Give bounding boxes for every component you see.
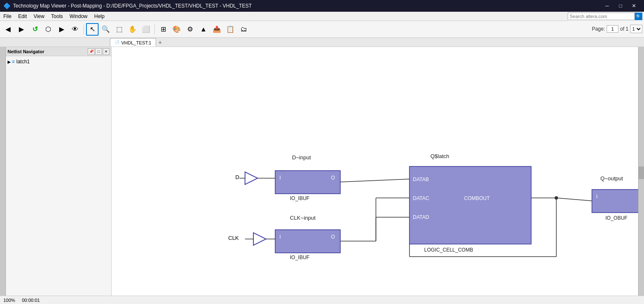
minimize-button[interactable]: ─ [600, 0, 614, 12]
sidebar-close-button[interactable]: ✕ [103, 48, 110, 55]
clk-input-label: CLK~input [290, 215, 315, 221]
sidebar-pin-button[interactable]: 📌 [88, 48, 94, 55]
sidebar-header: Netlist Navigator 📌 □ ✕ [6, 47, 111, 56]
maximize-button[interactable]: □ [614, 0, 627, 12]
diagram-svg: D I O D~input IO_IBUF CLK I O CLK~input … [112, 47, 638, 298]
forward-button[interactable]: ▶ [15, 23, 28, 36]
page-of: of 1 [620, 26, 628, 32]
page-input[interactable] [607, 25, 618, 33]
sidebar-restore-button[interactable]: □ [95, 48, 102, 55]
window-controls: ─ □ ✕ [600, 0, 641, 12]
title-icon: 🔷 [3, 3, 10, 9]
clk-ibuf-block [275, 230, 340, 253]
zoom-in-button[interactable]: 🔍 [99, 23, 112, 36]
q-latch-label: Q$latch [430, 153, 449, 159]
combout-label: COMBOUT [464, 195, 490, 201]
pan-button[interactable]: ✋ [126, 23, 139, 36]
main-area: 📄 VHDL_TEST:1 + Netlist Navigator 📌 □ ✕ … [0, 38, 644, 304]
color-button[interactable]: 🎨 [170, 23, 183, 36]
tree-chevron: ▶ [8, 60, 11, 64]
menubar: File Edit View Tools Window Help 🔍 [0, 12, 644, 21]
clk-buffer-symbol [253, 233, 266, 245]
tree-icon: ≡ [12, 59, 15, 65]
title-text: Technology Map Viewer - Post-Mapping - D… [13, 3, 600, 9]
rubber-band-button[interactable]: ⬚ [113, 23, 125, 36]
toolbar: ◀ ▶ ↺ ⬡ ▶ 👁 ↖ 🔍 ⬚ ✋ ⬜ ⊞ 🎨 ⚙ ▲ 📤 📋 🗂 Page… [0, 21, 644, 38]
q-obuf-block [592, 190, 638, 213]
fit-button[interactable]: ⊞ [157, 23, 169, 36]
d-ibuf-block [275, 171, 340, 194]
clk-ibuf-label: IO_IBUF [290, 255, 310, 260]
menu-tools[interactable]: Tools [48, 13, 66, 20]
select-button[interactable]: ⬜ [140, 23, 152, 36]
d-ibuf-i-label: I [279, 175, 281, 181]
search-bar: 🔍 [568, 12, 644, 21]
right-scrollbar[interactable] [638, 47, 644, 298]
menu-window[interactable]: Window [66, 13, 91, 20]
close-button[interactable]: ✕ [627, 0, 641, 12]
home-button[interactable]: ⬡ [42, 23, 55, 36]
tab-label: VHDL_TEST:1 [121, 40, 151, 45]
clk-ibuf-i-label: I [279, 234, 281, 240]
search-input[interactable] [568, 13, 635, 20]
statusbar: 100% 00:00:01 [0, 296, 644, 304]
sidebar-tree: ▶ ≡ latch1 [6, 56, 111, 298]
binoculars-button[interactable]: 👁 [69, 23, 81, 36]
elapsed-time: 00:00:01 [22, 298, 40, 303]
separator-2 [154, 24, 155, 34]
pointer-button[interactable]: ↖ [86, 23, 99, 36]
q-output-label: Q~output [600, 175, 623, 182]
page-dropdown[interactable]: 1 [630, 25, 642, 33]
canvas-area[interactable]: D I O D~input IO_IBUF CLK I O CLK~input … [112, 47, 638, 298]
d-ibuf-label: IO_IBUF [290, 195, 310, 201]
q-obuf-i-label: I [596, 194, 597, 200]
logic-cell-label: LOGIC_CELL_COMB [424, 247, 473, 253]
titlebar: 🔷 Technology Map Viewer - Post-Mapping -… [0, 0, 644, 12]
d-buffer-symbol [245, 172, 258, 184]
clk-pin-label: CLK [228, 235, 239, 241]
settings-button[interactable]: ⚙ [184, 23, 196, 36]
datab-label: DATAB [413, 177, 429, 182]
tree-label-latch1: latch1 [16, 59, 30, 65]
page-label: Page: [592, 26, 605, 32]
tree-item-latch1[interactable]: ▶ ≡ latch1 [8, 58, 110, 65]
refresh-button[interactable]: ↺ [29, 23, 41, 36]
right-scrollbar-thumb[interactable] [639, 166, 644, 179]
wire-dibuf-to-datab [340, 179, 409, 182]
search-button[interactable]: 🔍 [635, 13, 642, 20]
clk-ibuf-o-label: O [331, 234, 335, 240]
sidebar-header-icons: 📌 □ ✕ [88, 48, 110, 55]
separator-1 [83, 24, 84, 34]
menu-view[interactable]: View [30, 13, 48, 20]
zoom-level: 100% [3, 298, 15, 303]
tab-vhdl-test[interactable]: 📄 VHDL_TEST:1 [110, 38, 156, 47]
d-ibuf-o-label: O [331, 175, 335, 181]
wire-combout-to-qobuf [556, 198, 592, 201]
datad-label: DATAD [413, 214, 429, 220]
q-obuf-label: IO_OBUF [605, 215, 628, 221]
left-indicator [0, 47, 6, 298]
menu-file[interactable]: File [0, 13, 15, 20]
sidebar-title: Netlist Navigator [8, 49, 44, 54]
layers-button[interactable]: 🗂 [237, 23, 250, 36]
back-button[interactable]: ◀ [2, 23, 14, 36]
datac-label: DATAC [413, 195, 429, 201]
tab-add-button[interactable]: + [156, 38, 164, 47]
export-button[interactable]: 📤 [211, 23, 223, 36]
forward2-button[interactable]: ▶ [55, 23, 68, 36]
sidebar: Netlist Navigator 📌 □ ✕ ▶ ≡ latch1 [6, 47, 112, 298]
d-input-label: D~input [292, 154, 311, 161]
d-pin-label: D [235, 174, 239, 180]
highlight-button[interactable]: ▲ [197, 23, 210, 36]
menu-help[interactable]: Help [91, 13, 108, 20]
menu-edit[interactable]: Edit [15, 13, 30, 20]
export2-button[interactable]: 📋 [224, 23, 237, 36]
page-indicator: Page: of 1 1 [592, 23, 642, 35]
tab-bar: 📄 VHDL_TEST:1 + [0, 38, 644, 47]
